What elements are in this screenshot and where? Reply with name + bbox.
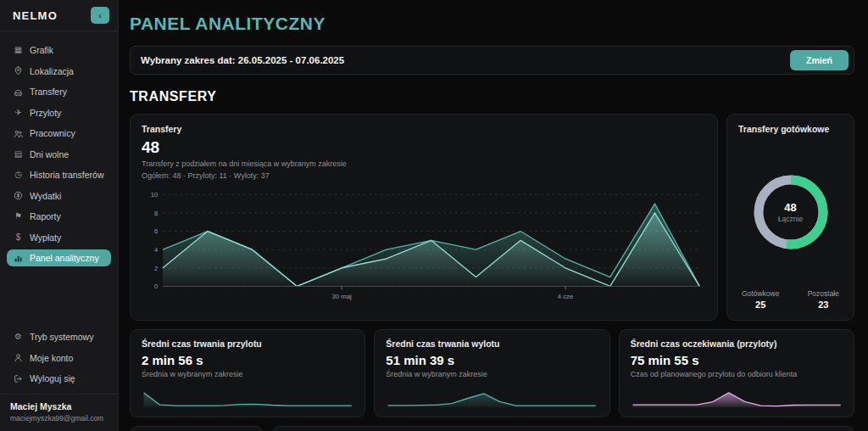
gear-icon: ⚙ [13, 333, 24, 341]
sidebar-item-pracownicy[interactable]: Pracownicy [7, 125, 111, 142]
transfers-chart-card: Transfery 48 Transfery z podziałem na dn… [130, 114, 718, 321]
clock-icon: ◷ [13, 171, 24, 179]
sidebar-item-label: Tryb systemowy [30, 332, 93, 342]
stat-subtitle: Średnia w wybranym zakresie [142, 369, 353, 381]
people-icon [13, 129, 24, 138]
departure-sparkline [386, 387, 598, 409]
plane-icon: ✈ [13, 109, 24, 117]
location-pin-icon [13, 66, 24, 76]
sidebar-footer-nav: ⚙Tryb systemowyMoje kontoWyloguj się [0, 318, 118, 394]
sidebar-item-wyplaty[interactable]: $Wypłaty [7, 229, 111, 246]
donut-legend: Gotówkowe 25 Pozostałe 23 [738, 289, 843, 311]
sidebar-spacer [0, 266, 118, 318]
sidebar-item-lokalizacja[interactable]: Lokalizacja [7, 63, 111, 80]
card-title: Transfery [142, 123, 706, 135]
svg-text:4 cze: 4 cze [558, 293, 573, 300]
legend-label: Pozostałe [808, 289, 839, 298]
sidebar-item-label: Wydatki [30, 191, 61, 201]
calendar-day-icon: ▤ [13, 150, 24, 159]
sidebar-item-panel-analityczny[interactable]: Panel analityczny [7, 249, 111, 266]
sidebar-item-label: Wyloguj się [30, 373, 75, 383]
sidebar-item-label: Lokalizacja [30, 66, 74, 76]
stat-subtitle: Czas od planowanego przylotu do odbioru … [631, 369, 843, 381]
stat-value: 75 min 55 s [631, 353, 843, 367]
sidebar-item-label: Przyloty [30, 108, 61, 118]
legend-value: 25 [742, 299, 779, 310]
page-title: PANEL ANALITYCZNY [130, 14, 854, 34]
card-title: Średni czas trwania wylotu [386, 338, 598, 350]
sidebar-item-label: Moje konto [30, 353, 73, 363]
sidebar-nav: ▦GrafikLokalizacjaTransfery✈PrzylotyPrac… [0, 31, 118, 266]
calendar-icon: ▦ [13, 46, 24, 54]
date-range-label: Wybrany zakres dat: 26.05.2025 - 07.06.2… [141, 55, 344, 65]
transfers-breakdown: Ogółem: 48 · Przyloty: 11 · Wyloty: 37 [142, 171, 706, 182]
cash-transfers-card: Transfery gotówkowe 48 Łącznie Gotówkowe… [726, 114, 854, 321]
sidebar-item-wyloguj-sie[interactable]: Wyloguj się [7, 370, 111, 387]
user-info: Maciej Myszka maciejmyszka99@gmail.com [0, 394, 118, 431]
row-bottom: Odbiory wylotów: przed czasem vs po czas… [130, 426, 854, 431]
card-title: Średni czas trwania przylotu [142, 338, 353, 350]
svg-text:2: 2 [154, 265, 158, 272]
row-stats: Średni czas trwania przylotu 2 min 56 s … [130, 329, 854, 417]
arrival-sparkline [142, 387, 353, 409]
sidebar-header: NELMO ‹ [0, 0, 118, 31]
stat-value: 51 min 39 s [386, 353, 598, 367]
avg-arrival-card: Średni czas trwania przylotu 2 min 56 s … [130, 329, 365, 417]
sidebar-item-przyloty[interactable]: ✈Przyloty [7, 104, 111, 121]
svg-text:4: 4 [154, 246, 159, 254]
sidebar-item-label: Historia transferów [30, 170, 104, 180]
sidebar-item-dni-wolne[interactable]: ▤Dni wolne [7, 146, 111, 163]
dollar-icon: $ [13, 233, 24, 242]
sidebar-item-raporty[interactable]: ⚑Raporty [7, 208, 111, 225]
donut-total: 48 [784, 201, 796, 214]
sidebar-item-label: Wypłaty [30, 232, 61, 243]
row-charts: Transfery 48 Transfery z podziałem na dn… [130, 114, 854, 321]
svg-text:8: 8 [154, 210, 158, 217]
driver-transfers-card: Transfery umówione przez kierowców 4 Sum… [272, 426, 854, 431]
pickups-card: Odbiory wylotów: przed czasem vs po czas… [130, 426, 264, 431]
stat-value: 2 min 56 s [142, 353, 353, 367]
svg-text:30 maj: 30 maj [332, 293, 352, 300]
donut-center: 48 Łącznie [747, 168, 835, 256]
svg-text:0: 0 [154, 283, 158, 290]
sidebar-item-historia-transferow[interactable]: ◷Historia transferów [7, 166, 111, 183]
sidebar-item-label: Transfery [30, 87, 67, 97]
sidebar-item-label: Raporty [30, 211, 61, 221]
avg-wait-card: Średni czas oczekiwania (przyloty) 75 mi… [619, 329, 854, 417]
sidebar-item-moje-konto[interactable]: Moje konto [7, 350, 111, 367]
car-icon [13, 87, 24, 97]
section-title-transfery: TRANSFERY [130, 89, 854, 104]
sidebar: NELMO ‹ ▦GrafikLokalizacjaTransfery✈Przy… [0, 0, 119, 431]
sidebar-item-tryb-systemowy[interactable]: ⚙Tryb systemowy [7, 328, 111, 345]
transfers-line-chart: 024681030 maj4 cze [142, 186, 706, 311]
legend-value: 23 [808, 299, 839, 310]
sidebar-item-transfery[interactable]: Transfery [7, 83, 111, 100]
chevron-left-icon: ‹ [98, 10, 102, 20]
wait-sparkline [631, 387, 843, 409]
sidebar-item-grafik[interactable]: ▦Grafik [7, 42, 111, 59]
legend-item-gotowkowe: Gotówkowe 25 [742, 289, 779, 310]
logout-icon [13, 374, 24, 383]
sidebar-collapse-button[interactable]: ‹ [91, 7, 109, 24]
user-name: Maciej Myszka [10, 401, 108, 411]
main-content: PANEL ANALITYCZNY Wybrany zakres dat: 26… [120, 0, 868, 431]
donut-total-label: Łącznie [778, 215, 803, 223]
sidebar-item-label: Grafik [30, 45, 53, 55]
card-title: Średni czas oczekiwania (przyloty) [631, 338, 843, 350]
sidebar-item-wydatki[interactable]: Wydatki [7, 188, 111, 204]
sidebar-item-label: Dni wolne [30, 149, 69, 160]
bar-chart-icon [13, 254, 24, 263]
legend-label: Gotówkowe [742, 289, 779, 298]
change-date-button[interactable]: Zmień [790, 50, 849, 70]
date-range-bar: Wybrany zakres dat: 26.05.2025 - 07.06.2… [130, 46, 854, 75]
user-email: maciejmyszka99@gmail.com [10, 414, 108, 423]
legend-item-pozostale: Pozostałe 23 [808, 289, 839, 310]
brand-logo: NELMO [13, 9, 58, 22]
coin-icon [13, 191, 24, 200]
flag-icon: ⚑ [13, 212, 24, 221]
card-title: Transfery gotówkowe [738, 123, 843, 135]
cash-donut-chart: 48 Łącznie [747, 168, 835, 256]
avg-departure-card: Średni czas trwania wylotu 51 min 39 s Ś… [374, 329, 609, 417]
card-description: Transfery z podziałem na dni miesiąca w … [142, 159, 706, 171]
svg-text:10: 10 [151, 191, 159, 199]
